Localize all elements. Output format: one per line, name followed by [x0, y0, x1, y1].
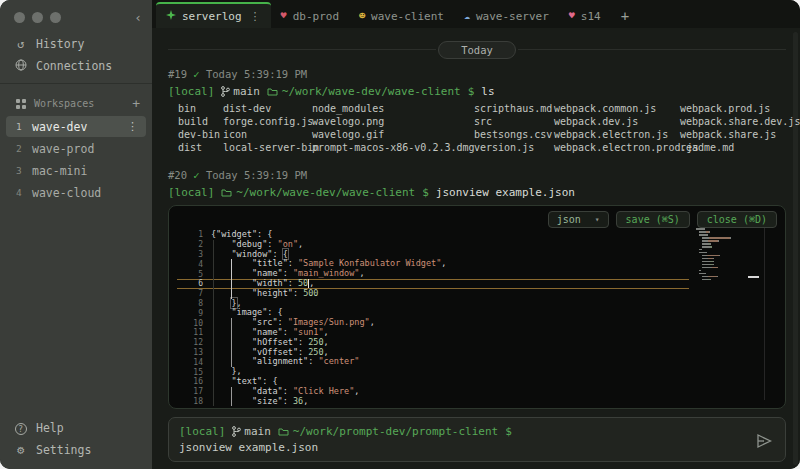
command-20-header: #20 ✓ Today 5:39:19 PM: [168, 169, 786, 182]
file-name: dist: [178, 141, 223, 154]
minimap-line: [696, 234, 756, 236]
file-name: scripthaus.md: [474, 102, 554, 115]
git-branch-icon: [232, 426, 241, 437]
help-icon: ?: [14, 421, 27, 435]
minimap-line: [696, 237, 756, 239]
folder-icon: [267, 87, 278, 96]
sidebar-item-workspace-wave-prod[interactable]: 2wave-prod: [6, 138, 146, 159]
line-number: 12: [177, 338, 203, 347]
minimap-line: [696, 276, 756, 278]
face-icon: ☻: [359, 11, 365, 21]
file-name: icon: [223, 128, 312, 141]
sidebar-item-connections[interactable]: Connections: [0, 55, 152, 77]
editor-scrollbar[interactable]: [764, 214, 765, 400]
sidebar-item-workspace-mac-mini[interactable]: 3mac-mini: [6, 160, 146, 181]
content-scrollbar[interactable]: [793, 32, 798, 465]
tab-s14[interactable]: ♥s14: [559, 4, 611, 28]
workspaces-label: Workspaces: [34, 98, 94, 109]
wave-terminal-window: ‹ ↺ History Connections Workspaces + 1wa…: [0, 0, 800, 469]
line-number: 4: [177, 260, 203, 269]
settings-label: Settings: [36, 443, 91, 457]
window-zoom-button[interactable]: [50, 12, 61, 23]
git-branch: main: [232, 425, 271, 438]
sidebar-item-history[interactable]: ↺ History: [0, 33, 152, 55]
main-area: serverlog⋮♥db-prod☻wave-client☁wave-serv…: [152, 0, 800, 469]
sidebar: ‹ ↺ History Connections Workspaces + 1wa…: [0, 0, 152, 469]
minimap-line: [696, 246, 756, 248]
workspace-number: 3: [16, 165, 32, 176]
workspace-name: wave-dev: [32, 120, 87, 134]
command-input-box[interactable]: [local] main ~/work/prompt-dev/prompt-cl…: [168, 417, 786, 462]
tab-serverlog[interactable]: serverlog⋮: [156, 2, 271, 28]
tab-label: db-prod: [293, 10, 339, 23]
file-name: dev-bin: [178, 128, 223, 141]
close-button[interactable]: close (⌘D): [697, 211, 777, 228]
indent-guide: [213, 240, 214, 406]
heart-icon: ♥: [569, 11, 575, 21]
file-name: webpack.dev.js: [554, 115, 680, 128]
file-name: bin: [178, 102, 223, 115]
command-input-text[interactable]: jsonview example.json: [179, 441, 745, 454]
window-minimize-button[interactable]: [32, 12, 43, 23]
remote-tag: [local]: [179, 425, 225, 438]
editor-minimap[interactable]: [696, 228, 756, 282]
jsonview-block: json ▾ save (⌘S) close (⌘D) 1{"widget": …: [168, 205, 786, 409]
code-editor[interactable]: 1{"widget": {2 "debug": "on",3 "window":…: [177, 230, 689, 406]
command-text: jsonview example.json: [436, 186, 575, 199]
sidebar-item-workspace-wave-dev[interactable]: 1wave-dev⋮: [6, 116, 146, 137]
workspaces-header: Workspaces +: [0, 90, 152, 115]
ls-output-row: bindist-devnode_modulesscripthaus.mdwebp…: [178, 102, 786, 115]
minimap-line: [696, 270, 756, 272]
sidebar-item-settings[interactable]: ⚙ Settings: [0, 439, 152, 461]
editor-line-18: 18 "size": 36,: [177, 397, 689, 407]
indent-guide: [231, 318, 232, 367]
window-close-button[interactable]: [14, 12, 25, 23]
indent-guide: [231, 387, 232, 407]
sidebar-item-help[interactable]: ? Help: [0, 417, 152, 439]
sidebar-collapse-icon[interactable]: ‹: [134, 12, 142, 23]
workspace-number: 4: [16, 187, 32, 198]
today-pill[interactable]: Today: [438, 41, 516, 59]
file-name: webpack.share.js: [680, 128, 786, 141]
tab-wave-client[interactable]: ☻wave-client: [349, 4, 454, 28]
file-name: webpack.common.js: [554, 102, 680, 115]
file-name: webpack.prod.js: [680, 102, 786, 115]
line-number: 11: [177, 328, 203, 337]
workspaces-list: 1wave-dev⋮2wave-prod3mac-mini4wave-cloud: [0, 115, 152, 204]
git-branch: main: [221, 85, 260, 98]
success-check-icon: ✓: [193, 68, 199, 80]
cwd-path: ~/work/wave-dev/wave-client: [221, 186, 415, 199]
remote-tag: [local]: [168, 186, 214, 199]
add-tab-button[interactable]: +: [611, 8, 639, 28]
tab-menu-icon[interactable]: ⋮: [250, 10, 261, 23]
add-workspace-button[interactable]: +: [132, 96, 140, 111]
line-number: 8: [177, 299, 203, 308]
line-number: 15: [177, 368, 203, 377]
jsonview-toolbar: json ▾ save (⌘S) close (⌘D): [548, 211, 777, 228]
send-icon[interactable]: [755, 432, 773, 454]
file-name: webpack.share.dev.js: [680, 115, 800, 128]
tab-db-prod[interactable]: ♥db-prod: [271, 4, 349, 28]
save-button[interactable]: save (⌘S): [616, 211, 690, 228]
tab-label: serverlog: [182, 10, 242, 23]
overview-cursor-marker: [748, 276, 759, 278]
ls-output-row: buildforge.config.jswavelogo.pngsrcwebpa…: [178, 115, 786, 128]
success-check-icon: ✓: [193, 169, 199, 181]
connections-label: Connections: [36, 59, 112, 73]
minimap-line: [696, 249, 756, 251]
workspace-name: wave-cloud: [32, 186, 101, 200]
history-icon: ↺: [14, 37, 27, 51]
line-number: 5: [177, 270, 203, 279]
minimap-line: [696, 231, 756, 233]
file-name: webpack.electron.js: [554, 128, 680, 141]
workspace-menu-icon[interactable]: ⋮: [127, 120, 138, 133]
line-number: 9: [177, 309, 203, 318]
mode-select[interactable]: json ▾: [548, 211, 609, 228]
settings-gear-icon: ⚙: [14, 443, 27, 457]
ls-output: bindist-devnode_modulesscripthaus.mdwebp…: [178, 102, 786, 154]
globe-icon: [14, 59, 27, 74]
line-number: 7: [177, 289, 203, 298]
tab-label: s14: [581, 10, 601, 23]
tab-wave-server[interactable]: ☁wave-server: [454, 4, 559, 28]
sidebar-item-workspace-wave-cloud[interactable]: 4wave-cloud: [6, 182, 146, 203]
